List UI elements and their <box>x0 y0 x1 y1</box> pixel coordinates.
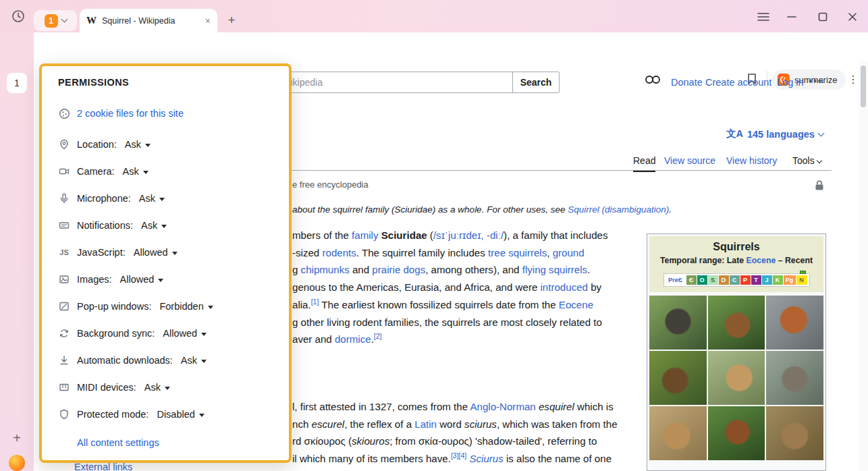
languages-button[interactable]: 文A 145 languages <box>726 128 823 140</box>
permission-value-dropdown[interactable]: Disabled <box>157 409 204 420</box>
permission-value-dropdown[interactable]: Ask <box>125 139 151 150</box>
permission-label: Camera: <box>77 166 115 177</box>
maximize-button[interactable] <box>814 8 832 26</box>
article-line: mbers of the family Sciuridae (/sɪˈjuːrɪ… <box>292 227 607 244</box>
caret-down-icon <box>201 360 207 363</box>
cookies-row[interactable]: 2 cookie files for this site <box>58 104 275 123</box>
permission-value-dropdown[interactable]: Ask <box>144 382 170 393</box>
infobox-header: Squirrels Temporal range: Late Eocene – … <box>649 236 823 292</box>
cookies-link[interactable]: 2 cookie files for this site <box>77 108 184 119</box>
new-tab-button[interactable]: + <box>223 11 240 29</box>
maximize-icon <box>818 12 828 22</box>
article-line: g other living rodent families, the squi… <box>292 314 607 331</box>
permission-row-notifications[interactable]: Notifications: Ask <box>58 212 275 239</box>
close-tab-icon[interactable]: × <box>205 16 211 26</box>
tab-view-history[interactable]: View history <box>726 155 777 166</box>
tab-view-source[interactable]: View source <box>664 155 715 166</box>
cookie-icon <box>58 107 70 119</box>
permission-value-dropdown[interactable]: Allowed <box>120 274 164 285</box>
page-scrollbar[interactable] <box>859 61 868 471</box>
permission-value-dropdown[interactable]: Ask <box>139 193 165 204</box>
sidebar-add-button[interactable]: + <box>8 429 26 447</box>
permission-row-microphone[interactable]: Microphone: Ask <box>58 185 275 212</box>
shield-icon <box>58 408 70 420</box>
permission-value-dropdown[interactable]: Allowed <box>134 247 178 258</box>
permission-row-camera[interactable]: Camera: Ask <box>58 158 275 185</box>
piano-keys-icon <box>58 381 70 393</box>
all-content-settings-link[interactable]: All content settings <box>77 437 275 448</box>
notifications-icon <box>58 219 70 231</box>
permission-label: Pop-up windows: <box>77 301 151 312</box>
page-protection-lock-icon <box>814 179 826 192</box>
permission-row-popups[interactable]: Pop-up windows: Forbidden <box>58 293 275 320</box>
permission-label: MIDI devices: <box>77 382 136 393</box>
scrollbar-thumb[interactable] <box>861 65 866 107</box>
permission-value-dropdown[interactable]: Ask <box>141 220 167 231</box>
article-line: -sized rodents. The squirrel family incl… <box>292 244 607 262</box>
article-line: aver and dormice.[2] <box>292 331 607 348</box>
permission-value-dropdown[interactable]: Allowed <box>163 328 207 339</box>
wikipedia-favicon: W <box>86 15 97 26</box>
close-window-button[interactable] <box>844 8 861 26</box>
caret-down-icon <box>208 306 213 309</box>
history-button[interactable] <box>8 6 28 26</box>
permission-label: Location: <box>77 139 117 150</box>
squirrel-photo <box>708 296 765 350</box>
article-line: g chipmunks and prairie dogs, among othe… <box>292 261 607 279</box>
permission-row-location[interactable]: Location: Ask <box>58 131 275 158</box>
caret-down-icon <box>145 144 151 147</box>
geologic-timescale[interactable]: PreЄЄOSDCPTJKPgN <box>663 273 810 287</box>
permission-value-dropdown[interactable]: Ask <box>123 166 148 177</box>
donate-link[interactable]: Donate <box>671 77 703 88</box>
permission-row-downloads[interactable]: Automatic downloads: Ask <box>58 347 275 374</box>
permission-row-midi[interactable]: MIDI devices: Ask <box>58 374 275 401</box>
article-line: alia.[1] The earliest known fossilized s… <box>292 296 607 314</box>
create-account-link[interactable]: Create account <box>705 77 771 88</box>
browser-window: 1 W Squirrel - Wikipedia × + <box>0 0 868 471</box>
appearance-icon[interactable] <box>644 73 663 90</box>
tab-group-count-badge: 1 <box>45 14 58 28</box>
clock-icon <box>11 9 25 23</box>
external-links-link[interactable]: External links <box>74 462 132 471</box>
sidebar-tab-count-tile[interactable]: 1 <box>7 73 27 93</box>
article-paragraph-2: l, first attested in 1327, comes from th… <box>292 398 618 468</box>
infobox-title: Squirrels <box>651 240 822 256</box>
yandex-logo-icon[interactable] <box>9 455 25 471</box>
chevron-down-icon <box>61 16 67 23</box>
active-tab[interactable]: W Squirrel - Wikipedia × <box>80 9 217 32</box>
permission-value-dropdown[interactable]: Forbidden <box>159 301 213 312</box>
permission-row-images[interactable]: Images: Allowed <box>58 266 275 293</box>
squirrel-photo <box>649 406 707 460</box>
log-in-link[interactable]: Log in <box>777 77 804 88</box>
permissions-title: PERMISSIONS <box>58 77 275 88</box>
species-infobox: Squirrels Temporal range: Late Eocene – … <box>647 233 826 471</box>
user-menu-ellipsis[interactable]: ••• <box>809 76 823 86</box>
caret-down-icon <box>161 225 167 228</box>
site-tagline: e free encyclopedia <box>292 179 369 190</box>
article-line: il which many of its members have.[3][4]… <box>292 450 618 468</box>
permission-value-dropdown[interactable]: Ask <box>181 355 207 366</box>
permissions-panel: PERMISSIONS 2 cookie files for this site… <box>39 63 292 463</box>
tab-tools[interactable]: Tools <box>792 155 821 166</box>
squirrel-photo <box>649 296 707 350</box>
hatnote: about the squirrel family (Sciuridae) as… <box>292 204 672 215</box>
chevron-down-icon <box>817 130 824 136</box>
close-icon <box>848 12 857 22</box>
caret-down-icon <box>199 414 205 417</box>
microphone-icon <box>58 192 70 204</box>
wiki-search-button[interactable]: Search <box>512 72 560 93</box>
browser-menu-button[interactable] <box>755 8 772 26</box>
permission-label: Background sync: <box>77 328 155 339</box>
tab-group-selector[interactable]: 1 <box>34 10 77 31</box>
minimize-button[interactable] <box>783 8 801 26</box>
permission-row-background-sync[interactable]: Background sync: Allowed <box>58 320 275 347</box>
permission-row-javascript[interactable]: JS JavaScript: Allowed <box>58 239 275 266</box>
location-pin-icon <box>58 138 70 150</box>
minimize-icon <box>787 16 796 18</box>
permission-label: Notifications: <box>77 220 133 231</box>
browser-toolbar: https://en.wikipedia.org/wiki/Squirrel s… <box>34 32 868 61</box>
permission-label: Protected mode: <box>77 409 148 420</box>
hamburger-icon <box>757 12 769 22</box>
permission-row-protected-mode[interactable]: Protected mode: Disabled <box>58 401 275 428</box>
sync-icon <box>58 327 70 339</box>
